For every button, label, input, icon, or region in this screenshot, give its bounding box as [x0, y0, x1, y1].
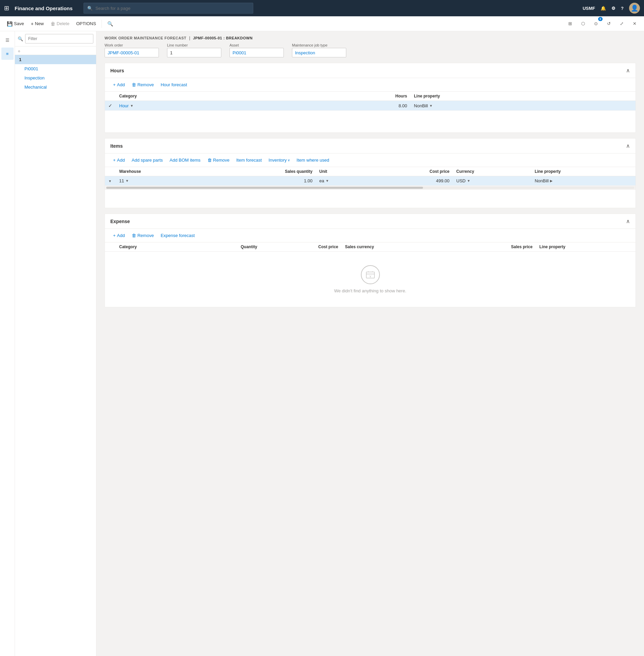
help-icon[interactable]: ? [621, 6, 624, 11]
funnel-icon[interactable]: ⬦ [18, 48, 20, 53]
items-currency-dropdown[interactable]: USD ▼ [456, 178, 470, 183]
hours-section-header[interactable]: Hours ∧ [105, 63, 636, 78]
tree-item-inspection[interactable]: Inspection [15, 73, 96, 83]
items-line-property-cell[interactable]: NonBill ▶ [531, 176, 636, 186]
hours-category-dropdown[interactable]: Hour ▼ [119, 103, 133, 108]
expense-add-button[interactable]: + Add [110, 232, 128, 239]
expense-check-col-header [105, 242, 116, 252]
items-unit-dropdown[interactable]: ea ▼ [319, 178, 329, 183]
hours-line-property-value: NonBill [414, 103, 428, 108]
items-table-row[interactable]: ▼ 11 ▼ 1.00 [105, 176, 636, 186]
items-warehouse-header: Warehouse [116, 167, 207, 176]
items-inventory-button[interactable]: Inventory ∨ [266, 156, 292, 164]
hours-check-cell: ✓ [105, 101, 116, 111]
asset-value[interactable]: Pi0001 [229, 48, 284, 57]
items-unit-header: Unit [316, 167, 368, 176]
hours-line-property-cell[interactable]: NonBill ▼ [410, 101, 636, 111]
search-box[interactable]: 🔍 [84, 3, 253, 14]
items-scrollbar[interactable] [105, 186, 636, 190]
items-line-property-value: NonBill [535, 178, 549, 183]
items-where-used-button[interactable]: Item where used [294, 156, 332, 164]
hours-line-property-dropdown[interactable]: NonBill ▼ [414, 103, 433, 108]
work-order-value[interactable]: JPMF-00005-01 [105, 48, 159, 57]
content-area: WORK ORDER MAINTENANCE FORECAST | JPMF-0… [96, 31, 644, 656]
hours-forecast-button[interactable]: Hour forecast [158, 81, 190, 89]
items-warehouse-dropdown[interactable]: 11 ▼ [119, 178, 129, 183]
delete-button[interactable]: 🗑 Delete [48, 18, 72, 29]
items-line-property-dropdown[interactable]: NonBill ▶ [535, 178, 553, 183]
tree-item-mechanical-label: Mechanical [24, 85, 47, 90]
grid-view-icon[interactable]: ⊞ [565, 18, 575, 29]
search-button[interactable]: 🔍 [105, 18, 116, 29]
items-row-chevron[interactable]: ▼ [108, 179, 112, 183]
filter-box: 🔍 [15, 31, 96, 47]
items-scrollbar-thumb[interactable] [106, 187, 423, 189]
tree-item-number: 1 [19, 57, 21, 62]
items-warehouse-cell[interactable]: 11 ▼ [116, 176, 207, 186]
hours-line-property-chevron: ▼ [429, 104, 433, 108]
expense-quantity-header: Quantity [190, 242, 260, 252]
line-number-value: 1 [167, 48, 221, 57]
filter-search-icon: 🔍 [18, 36, 23, 41]
top-nav-right: USMF 🔔 ⚙ ? 👤 [583, 3, 640, 14]
maintenance-job-type-value[interactable]: Inspection [292, 48, 346, 57]
items-unit-cell[interactable]: ea ▼ [316, 176, 368, 186]
items-section-header[interactable]: Items ∧ [105, 139, 636, 153]
breadcrumb-separator: | [189, 35, 190, 40]
items-table-wrapper: Warehouse Sales quantity Unit Cost price… [105, 167, 636, 208]
items-collapse-icon[interactable]: ∧ [626, 143, 630, 149]
hours-table-row[interactable]: ✓ Hour ▼ 8.00 NonBill [105, 101, 636, 111]
items-row-expand-icon: ▼ [108, 179, 112, 183]
expense-remove-button[interactable]: 🗑 Remove [129, 232, 157, 239]
hours-collapse-icon[interactable]: ∧ [626, 67, 630, 74]
items-table: Warehouse Sales quantity Unit Cost price… [105, 167, 636, 186]
search-icon: 🔍 [87, 6, 93, 11]
expense-sales-currency-header: Sales currency [342, 242, 450, 252]
tree-item-1[interactable]: 1 [15, 55, 96, 64]
notification-cmd-icon[interactable]: ⊙ 0 [590, 18, 601, 29]
office-icon[interactable]: ⬡ [577, 18, 588, 29]
hours-category-cell[interactable]: Hour ▼ [116, 101, 283, 111]
new-button[interactable]: + New [28, 18, 47, 29]
save-button[interactable]: 💾 Save [4, 18, 27, 29]
sidebar-menu-icon[interactable]: ☰ [1, 34, 14, 46]
hours-remove-button[interactable]: 🗑 Remove [129, 81, 157, 89]
items-remove-icon: 🗑 [207, 158, 212, 163]
items-remove-button[interactable]: 🗑 Remove [205, 156, 232, 164]
close-icon[interactable]: ✕ [629, 18, 640, 29]
hours-table: Category Hours Line property ✓ [105, 92, 636, 111]
items-add-bom-button[interactable]: Add BOM items [167, 156, 203, 164]
tree-item-mechanical[interactable]: Mechanical [15, 83, 96, 92]
items-sales-qty-cell: 1.00 [207, 176, 316, 186]
empty-state-icon [361, 265, 380, 284]
sidebar-list-icon[interactable]: ≡ [1, 48, 14, 60]
hours-remove-icon: 🗑 [132, 82, 136, 87]
options-button[interactable]: OPTIONS [73, 18, 99, 29]
items-currency-header: Currency [453, 167, 531, 176]
breadcrumb-page-id: JPMF-00005-01 : BREAKDOWN [193, 36, 253, 40]
items-section: Items ∧ + Add Add spare parts Add BOM it… [105, 138, 636, 208]
refresh-icon[interactable]: ↺ [603, 18, 614, 29]
items-forecast-button[interactable]: Item forecast [234, 156, 264, 164]
avatar[interactable]: 👤 [629, 3, 640, 14]
hours-section: Hours ∧ + Add 🗑 Remove Hour forecast [105, 63, 636, 133]
hours-category-chevron: ▼ [130, 104, 133, 108]
items-add-spare-parts-button[interactable]: Add spare parts [129, 156, 166, 164]
items-add-button[interactable]: + Add [110, 156, 128, 164]
tree-item-pi[interactable]: Pi0001 [15, 64, 96, 73]
settings-icon[interactable]: ⚙ [611, 6, 615, 11]
hours-add-button[interactable]: + Add [110, 81, 128, 89]
command-bar: 💾 Save + New 🗑 Delete OPTIONS 🔍 ⊞ ⬡ ⊙ 0 … [0, 16, 644, 31]
expense-forecast-button[interactable]: Expense forecast [158, 232, 197, 239]
expand-icon[interactable]: ⤢ [616, 18, 627, 29]
filter-input[interactable] [25, 34, 93, 43]
content-bottom-space [96, 313, 644, 320]
items-check-cell: ▼ [105, 176, 116, 186]
left-panel: 🔍 ⬦ 1 Pi0001 Inspection Mechanical [15, 31, 96, 656]
search-input[interactable] [95, 6, 250, 11]
expense-collapse-icon[interactable]: ∧ [626, 218, 630, 224]
notification-icon[interactable]: 🔔 [601, 6, 606, 11]
items-currency-cell[interactable]: USD ▼ [453, 176, 531, 186]
expense-section-header[interactable]: Expense ∧ [105, 214, 636, 229]
grid-icon[interactable]: ⊞ [4, 4, 9, 12]
